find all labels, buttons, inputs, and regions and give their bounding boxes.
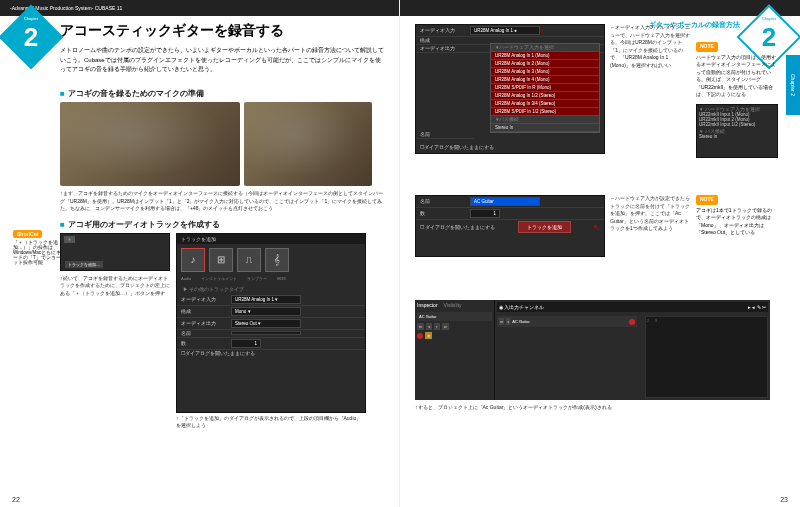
- header-left: -Advanced Music Production System- CUBAS…: [0, 0, 399, 16]
- tab-midi-icon[interactable]: 𝄞: [265, 248, 289, 272]
- track-name[interactable]: AC Guitar: [419, 314, 490, 319]
- audioin-select-r[interactable]: UR28M Analog In 1 ●: [470, 26, 540, 35]
- note1-panel: ▼ ハードウェア入力を選択 UR22mkII Input 1 (Mono) UR…: [696, 104, 778, 158]
- record-enable-icon[interactable]: [417, 333, 423, 339]
- hwinput-dropdown[interactable]: ▼ハードウェア入力を選択 UR28M Analog In 1 (Mono) UR…: [490, 43, 600, 133]
- count-input[interactable]: 1: [231, 339, 261, 348]
- page-title: アコースティックギターを録音する: [60, 22, 284, 40]
- page-right: ギターやボーカルの録音方法 Chapter 2 Chapter 2 オーディオ入…: [400, 0, 800, 507]
- write-button[interactable]: w: [442, 323, 449, 330]
- screenshot-addtrack-btn: ＋ トラックを追加…: [60, 233, 170, 271]
- side-text-name: ←ハードウェア入力が設定できたらトラックに名前を付けて「トラックを追加」を押す。…: [610, 195, 690, 233]
- trackcount-input[interactable]: 1: [470, 209, 500, 218]
- note2: NOTE アコギは1本で1トラックで録るので、オーディオトラックの構成は「Mon…: [696, 195, 778, 237]
- mute-button[interactable]: m: [417, 323, 424, 330]
- side-tab: Chapter 2: [786, 55, 800, 115]
- caption-addtrack: ↑続いて、アコギを録音するためにオーディオトラックを作成するために、プロジェクト…: [60, 275, 170, 298]
- solo-button[interactable]: s: [426, 323, 432, 330]
- note1: NOTE ハードウェア入力の項目は、使用するオーディオインターフェースによって自…: [696, 42, 778, 99]
- screenshot-hwinput: オーディオ入力UR28M Analog In 1 ●↓ 構成 オーディオ出力 ▼…: [415, 24, 605, 154]
- caption-project: ↑すると、プロジェクト上に「Ac Guitar」というオーディオトラックが作成(…: [415, 404, 770, 412]
- tools-icon[interactable]: ▸ ◂ ✎ ✂: [748, 304, 766, 310]
- caption-dialog: ↑「トラックを追加」のダイアログが表示されるので、上段の項目欄から「Audio」…: [176, 415, 366, 430]
- addtrack-button[interactable]: トラックを追加: [518, 221, 571, 233]
- tab-sampler-icon[interactable]: ⎍: [237, 248, 261, 272]
- screenshot-project: InspectorVisibility AC Guitar m s r w ◉ …: [415, 300, 770, 400]
- intro-text: メトロノームや曲のテンポの設定ができたら、いよいよギターやボーカルといった各パー…: [60, 46, 384, 75]
- read-button[interactable]: r: [434, 323, 439, 330]
- audioin-select[interactable]: UR28M Analog In 1 ▾: [231, 295, 301, 304]
- audioout-select[interactable]: Stereo Out ▾: [231, 319, 301, 328]
- tab-instrument-icon[interactable]: ⊞: [209, 248, 233, 272]
- plus-icon[interactable]: ＋: [64, 236, 75, 243]
- subhead-track: アコギ用のオーディオトラックを作成する: [60, 219, 384, 230]
- photo-interface: [60, 102, 240, 186]
- arrange-area[interactable]: 2 3: [645, 316, 768, 398]
- caption-mic: ↑まず、アコギを録音するためのマイクをオーディオインターフェースに接続する（今回…: [60, 190, 384, 213]
- chapter-badge-left: Chapter 2: [8, 14, 54, 60]
- monitor-button[interactable]: ◉: [425, 332, 432, 339]
- config-select[interactable]: Mono ▾: [231, 307, 301, 316]
- dialog-addtrack: トラックを追加 ♪ ⊞ ⎍ 𝄞 AudioインストゥルメントサンプラーMIDI …: [176, 233, 366, 413]
- trackname-input[interactable]: AC Guitar: [470, 197, 540, 206]
- page-left: -Advanced Music Production System- CUBAS…: [0, 0, 400, 507]
- header-right: [400, 0, 800, 16]
- pagenum-right: 23: [780, 496, 788, 503]
- pagenum-left: 22: [12, 496, 20, 503]
- record-enable-icon[interactable]: [629, 319, 635, 325]
- shortcut-badge: ShortCut: [13, 230, 42, 238]
- photo-mic: [244, 102, 372, 186]
- screenshot-nametrack: 名前AC Guitar 数1 ☐ ダイアログを開いたままにするトラックを追加↖: [415, 195, 605, 257]
- name-input[interactable]: [231, 331, 301, 335]
- subhead-mic: アコギの音を録るためのマイクの準備: [60, 88, 384, 99]
- side-text-hwinput: ←オーディオ入力のプルダウンメニューで、ハードウェア入力を選択する。今回はUR2…: [610, 24, 690, 69]
- tab-audio-icon[interactable]: ♪: [181, 248, 205, 272]
